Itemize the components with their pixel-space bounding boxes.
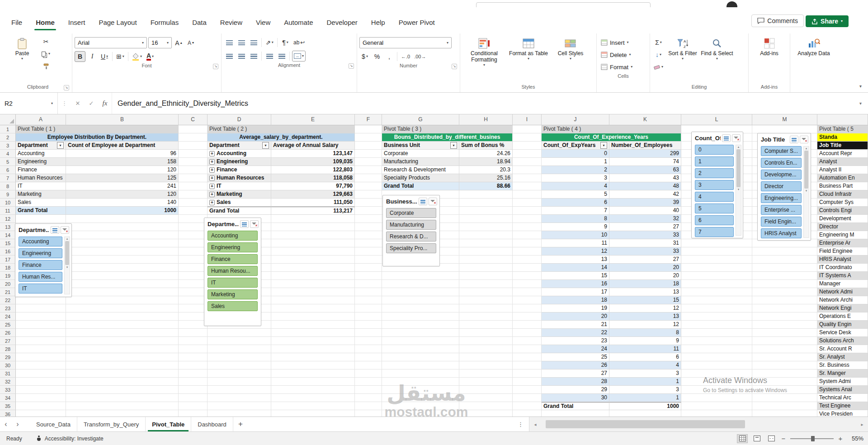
pivot-row-label[interactable]: 17 xyxy=(542,288,609,296)
addins-button[interactable]: Add-ins xyxy=(753,34,786,57)
pivot-row-label[interactable]: 30 xyxy=(542,394,609,402)
pivot-row-label[interactable]: Corporate xyxy=(382,150,459,158)
row-header-11[interactable]: 11 xyxy=(0,207,16,215)
increase-font-size-button[interactable]: A▴ xyxy=(173,38,184,48)
sheet-tab-dashboard[interactable]: Dashboard xyxy=(191,417,233,431)
sheet-tab-transform-by-query[interactable]: Transform_by_Query xyxy=(77,417,146,431)
ribbon-tab-home[interactable]: Home xyxy=(29,14,61,32)
pivot-value-header[interactable]: Average of Annual Salary xyxy=(271,142,355,150)
job-title-cell[interactable]: Engineering M xyxy=(817,231,868,239)
pivot-grand-total-value[interactable]: 1000 xyxy=(66,207,179,215)
slicer-item[interactable]: 2 xyxy=(695,168,734,178)
italic-button[interactable]: I xyxy=(87,51,98,62)
pivot-value-header[interactable]: Sum of Bonus % xyxy=(459,142,513,150)
row-header-21[interactable]: 21 xyxy=(0,288,16,296)
zoom-slider[interactable] xyxy=(790,436,834,442)
ribbon-tab-view[interactable]: View xyxy=(249,14,277,32)
column-header-M[interactable]: M xyxy=(752,114,817,125)
autosum-button[interactable]: Σ xyxy=(652,37,665,48)
pivot-row-label[interactable]: 8 xyxy=(542,215,609,223)
cell-styles-button[interactable]: Cell Styles xyxy=(551,34,590,61)
job-title-cell[interactable]: Development xyxy=(817,215,868,223)
view-normal-button[interactable] xyxy=(737,434,748,443)
pivot-row-value[interactable]: 129,663 xyxy=(271,190,355,199)
slicer-item[interactable]: Accounting xyxy=(19,237,62,246)
row-header-29[interactable]: 29 xyxy=(0,353,16,361)
format-as-table-button[interactable]: Format as Table xyxy=(508,34,549,61)
slicer-item[interactable]: Engineering... xyxy=(761,193,802,203)
pivot-title-cell[interactable]: Average_salary_by_department. xyxy=(208,133,355,142)
job-title-cell[interactable]: Analyst xyxy=(817,158,868,166)
row-header-16[interactable]: 16 xyxy=(0,247,16,256)
pivot-row-label[interactable]: +Human Resources xyxy=(208,174,271,182)
sheet-tab-source-data[interactable]: Source_Data xyxy=(30,417,77,431)
slicer-item[interactable]: 4 xyxy=(695,192,734,202)
pivot-field-header[interactable]: Department▼ xyxy=(208,142,271,150)
scroll-left-arrow[interactable] xyxy=(529,422,541,427)
row-header-25[interactable]: 25 xyxy=(0,321,16,329)
slicer-departme-[interactable]: Departme...AccountingEngineeringFinanceH… xyxy=(15,223,72,297)
sheet-tab-menu[interactable] xyxy=(518,417,524,431)
pivot-grand-total-label[interactable]: Grand Total xyxy=(382,182,459,190)
job-title-cell[interactable]: Test Enginee xyxy=(817,402,868,410)
job-title-cell[interactable]: Operations E xyxy=(817,312,868,321)
job-title-cell[interactable]: Solutions Arch xyxy=(817,337,868,345)
filter-dropdown-icon[interactable]: ▼ xyxy=(600,142,607,149)
multi-select-icon[interactable] xyxy=(790,136,798,143)
job-title-cell[interactable]: Business Part xyxy=(817,182,868,190)
search-box[interactable] xyxy=(476,2,651,7)
row-header-26[interactable]: 26 xyxy=(0,329,16,337)
percent-style-button[interactable]: % xyxy=(372,51,382,62)
row-header-8[interactable]: 8 xyxy=(0,182,16,190)
slicer-scrollbar[interactable]: ▴▾ xyxy=(64,237,70,294)
bold-button[interactable]: B xyxy=(75,51,85,62)
pivot-row-value[interactable]: 27 xyxy=(609,256,681,264)
pivot-field-header[interactable]: Business Unit▼ xyxy=(382,142,459,150)
slicer-item[interactable]: 3 xyxy=(695,180,734,190)
pivot-row-value[interactable]: 109,035 xyxy=(271,158,355,166)
increase-decimal-button[interactable]: ←.0 xyxy=(400,51,411,62)
paragraph-direction-button[interactable]: ¶ xyxy=(280,37,291,48)
pivot-row-label[interactable]: Engineering xyxy=(16,158,66,166)
expand-collapse-icon[interactable]: + xyxy=(209,184,215,189)
slicer-job-title[interactable]: Job TitleComputer S...Controls En...Deve… xyxy=(757,133,811,241)
pivot-row-label[interactable]: 20 xyxy=(542,312,609,321)
align-right-button[interactable] xyxy=(248,51,259,62)
row-header-27[interactable]: 27 xyxy=(0,337,16,345)
column-header-C[interactable]: C xyxy=(179,114,208,125)
slicer-item[interactable]: Speciality Pro... xyxy=(386,243,436,253)
clear-button[interactable] xyxy=(652,62,665,72)
pivot-row-label[interactable]: +Accounting xyxy=(208,150,271,158)
zoom-level[interactable]: 55% xyxy=(847,435,863,442)
job-title-cell[interactable]: IT Systems A xyxy=(817,272,868,280)
pivot-row-value[interactable]: 3 xyxy=(609,369,681,378)
job-title-cell[interactable]: Vice Presiden xyxy=(817,410,868,417)
pivot-row-label[interactable]: 22 xyxy=(542,329,609,337)
pivot-row-value[interactable]: 1 xyxy=(609,378,681,386)
insert-function-icon[interactable]: fx xyxy=(98,93,112,114)
insert-cells-button[interactable]: Insert xyxy=(599,37,647,48)
job-title-cell[interactable]: Sr. Account R xyxy=(817,345,868,353)
pivot-row-label[interactable]: 21 xyxy=(542,321,609,329)
ribbon-tab-page-layout[interactable]: Page Layout xyxy=(92,14,143,32)
pivot-row-value[interactable]: 31 xyxy=(609,239,681,247)
pivot-row-value[interactable]: 42 xyxy=(609,190,681,199)
select-all-corner[interactable] xyxy=(0,114,16,125)
orientation-button[interactable]: ⇗ xyxy=(264,37,275,48)
pivot-row-label[interactable]: 9 xyxy=(542,223,609,231)
pivot-row-value[interactable]: 40 xyxy=(609,207,681,215)
ribbon-tab-developer[interactable]: Developer xyxy=(320,14,364,32)
pivot-row-value[interactable]: 118,058 xyxy=(271,174,355,182)
column-header-J[interactable]: J xyxy=(542,114,609,125)
slicer-item[interactable]: Engineering xyxy=(208,242,258,252)
pivot-field-header[interactable]: Job Title xyxy=(817,142,868,150)
wrap-text-button[interactable]: ab↩ xyxy=(292,37,306,48)
scroll-down-icon[interactable]: ▾ xyxy=(806,189,807,193)
row-header-12[interactable]: 12 xyxy=(0,215,16,223)
pivot-row-label[interactable]: 1 xyxy=(542,158,609,166)
pivot-row-value[interactable]: 6 xyxy=(609,353,681,361)
row-header-10[interactable]: 10 xyxy=(0,199,16,207)
pivot-field-header[interactable]: Department▼ xyxy=(16,142,66,150)
scroll-up-icon[interactable]: ▴ xyxy=(806,147,807,150)
multi-select-icon[interactable] xyxy=(240,220,249,228)
